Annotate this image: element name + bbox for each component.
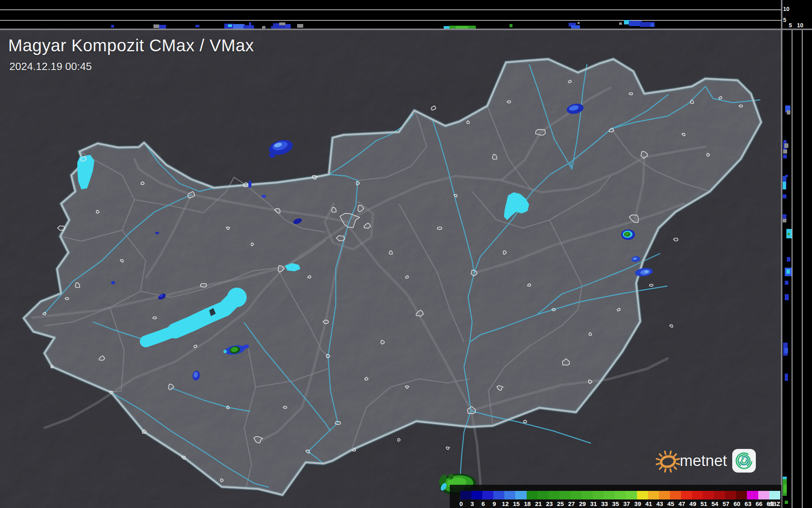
legend-tick-value: 49 — [689, 501, 696, 507]
legend-tick-value: 43 — [657, 501, 663, 507]
city-outline — [153, 317, 157, 319]
profile-echo — [787, 257, 790, 262]
profile-echo — [783, 477, 787, 479]
sun-ray — [676, 464, 679, 464]
city-outline — [389, 251, 392, 255]
city-outline — [536, 130, 545, 135]
profile-echo — [571, 25, 580, 29]
legend-tick-value: 39 — [634, 501, 641, 507]
profile-echo — [783, 150, 787, 154]
profile-echo — [249, 22, 251, 29]
radar-map-scene — [0, 0, 812, 508]
profile-echo — [243, 25, 254, 29]
city-outline — [629, 93, 633, 95]
profile-echo — [271, 26, 273, 29]
legend-tick-value: 60 — [733, 501, 740, 507]
brand-name: metnet — [680, 452, 727, 470]
profile-echo — [786, 269, 790, 274]
city-outline — [589, 332, 591, 335]
right-axis-label-10: 10 — [797, 22, 803, 28]
profile-echo — [784, 143, 788, 148]
reflectivity-legend: 0369121518212325272931333537394143454749… — [450, 485, 781, 508]
legend-tick-value: 23 — [546, 501, 553, 507]
radar-echo — [262, 195, 266, 198]
profile-echo — [159, 25, 166, 29]
profile-echo — [285, 24, 291, 29]
sun-ray — [676, 459, 679, 460]
metnet-logo: metnet — [654, 446, 756, 475]
legend-unit-label: dBZ — [768, 501, 780, 507]
profile-echo — [262, 26, 265, 29]
legend-tick-value: 47 — [678, 501, 685, 507]
legend-tick-value: 66 — [755, 501, 762, 507]
legend-tick-value: 57 — [722, 501, 729, 507]
city-outline — [335, 422, 340, 425]
legend-tick-value: 29 — [579, 501, 586, 507]
profile-echo — [578, 22, 580, 24]
profile-echo — [195, 25, 199, 27]
profile-echo — [111, 25, 114, 28]
legend-tick-value: 0 — [460, 501, 463, 507]
legend-tick-value: 15 — [513, 501, 520, 507]
legend-tick-value: 37 — [623, 501, 630, 507]
top-profile-panel — [0, 0, 781, 29]
legend-tick-value: 63 — [744, 501, 751, 507]
legend-tick-value: 45 — [668, 501, 674, 507]
sun-ray — [665, 451, 665, 454]
top-panel-bg — [0, 0, 781, 29]
sun-ray — [674, 454, 676, 456]
right-axis-label-5: 5 — [789, 22, 792, 28]
city-outline — [467, 121, 469, 123]
legend-tick-value: 25 — [557, 501, 564, 507]
sun-ray — [657, 459, 659, 460]
metnet-app-icon — [732, 449, 756, 473]
profile-echo — [279, 22, 285, 25]
profile-echo — [650, 23, 654, 27]
sun-ray — [665, 469, 666, 472]
profile-echo — [783, 154, 787, 158]
page-title: Magyar Kompozit CMax / VMax — [8, 36, 254, 55]
sun-ray — [659, 454, 661, 456]
profile-echo — [619, 22, 622, 25]
right-profile-panel — [781, 0, 812, 508]
profile-echo — [783, 219, 786, 222]
legend-tick-value: 51 — [700, 501, 707, 507]
city-outline — [227, 406, 229, 409]
profile-echo — [785, 281, 788, 285]
radar-echo — [155, 232, 159, 234]
profile-echo — [784, 484, 787, 493]
radar-echo — [621, 229, 635, 240]
profile-echo — [788, 233, 790, 235]
profile-echo — [784, 348, 788, 353]
city-outline — [200, 284, 207, 287]
legend-tick-value: 33 — [601, 501, 608, 507]
sun-icon — [654, 446, 681, 475]
sun-ray — [670, 469, 671, 472]
profile-echo — [783, 214, 786, 219]
legend-tick-labels: 0369121518212325272931333537394143454749… — [450, 485, 781, 508]
profile-echo — [228, 24, 232, 27]
profile-echo — [785, 294, 789, 300]
profile-echo — [510, 24, 512, 27]
legend-tick-value: 12 — [502, 501, 509, 507]
profile-echo — [297, 24, 303, 28]
top-axis-label-10: 10 — [783, 6, 790, 12]
timestamp: 2024.12.19 00:45 — [9, 60, 92, 73]
profile-echo — [785, 501, 788, 504]
sun-ray — [660, 467, 662, 469]
city-outline — [437, 227, 442, 229]
map-canvas — [0, 29, 781, 508]
profile-echo — [444, 26, 449, 29]
city-outline — [690, 100, 694, 104]
radar-composite-app: Magyar Kompozit CMax / VMax 2024.12.19 0… — [0, 0, 812, 508]
sun-ray — [657, 464, 659, 464]
radar-echo — [111, 281, 115, 284]
legend-tick-value: 6 — [482, 501, 485, 507]
top-axis-label-5: 5 — [783, 17, 786, 23]
legend-tick-value: 9 — [492, 501, 496, 507]
profile-echo — [153, 24, 159, 28]
legend-tick-value: 31 — [590, 501, 597, 507]
legend-tick-value: 3 — [471, 501, 474, 507]
profile-echo — [233, 24, 245, 29]
sun-ray — [670, 451, 671, 454]
